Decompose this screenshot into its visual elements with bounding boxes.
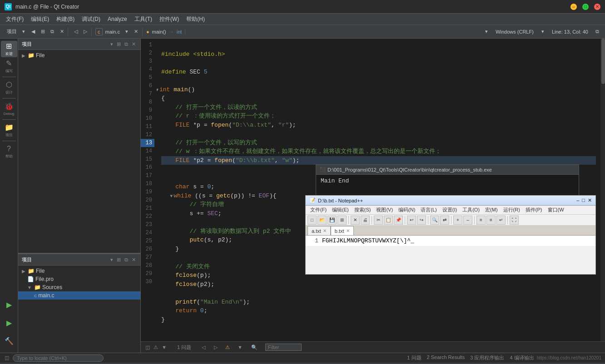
- minimize-button[interactable]: –: [570, 4, 577, 10]
- sb-tab-search[interactable]: 2 Search Results: [427, 354, 465, 361]
- close-button[interactable]: ✕: [594, 4, 600, 10]
- window-controls[interactable]: – □ ✕: [570, 4, 600, 10]
- sb-tab-issues[interactable]: 1 问题: [407, 354, 421, 361]
- editor-scrollbar[interactable]: [600, 39, 605, 341]
- menu-file[interactable]: 文件(F): [2, 15, 27, 24]
- np-menu-settings[interactable]: 设置(I): [440, 206, 459, 214]
- sb-sidebar-btn[interactable]: ◫: [4, 355, 10, 361]
- bp-nav-next[interactable]: ▷: [213, 344, 218, 350]
- np-menu-plugins[interactable]: 插件(P): [523, 206, 545, 214]
- np-menu-file[interactable]: 文件(F): [308, 206, 329, 214]
- sidebar-edit-btn[interactable]: ✎ 编写: [1, 58, 17, 74]
- toolbar-back-btn[interactable]: ◀: [29, 28, 37, 36]
- np-btn-unindent[interactable]: ≡: [486, 216, 496, 225]
- toolbar-prev-btn[interactable]: ◁: [72, 28, 80, 36]
- bottom-panel-split-btn[interactable]: ⧉: [124, 257, 129, 263]
- sb-search-input[interactable]: [13, 354, 104, 362]
- toolbar-link-btn[interactable]: ⊞: [39, 28, 47, 36]
- np-menu-run[interactable]: 运行(R): [501, 206, 522, 214]
- top-panel-split-btn[interactable]: ⧉: [124, 41, 129, 47]
- np-menu-edit[interactable]: 编辑(E): [330, 206, 351, 214]
- np-btn-fullscreen[interactable]: ⛶: [510, 216, 519, 225]
- np-btn-zoom-in[interactable]: +: [453, 216, 462, 225]
- top-tree-root[interactable]: ▶ 📁 File: [18, 51, 140, 59]
- sb-tab-output[interactable]: 3 应用程序输出: [470, 354, 504, 361]
- np-btn-find[interactable]: 🔍: [430, 216, 439, 225]
- sidebar-welcome-btn[interactable]: ⊞ 欢迎: [1, 41, 17, 57]
- toolbar-close-btn[interactable]: ✕: [58, 28, 66, 36]
- run-button[interactable]: ▶: [1, 296, 17, 313]
- toolbar-encoding-arrow[interactable]: ▾: [482, 28, 491, 36]
- np-menu-view[interactable]: 视图(V): [374, 206, 395, 214]
- menu-controls[interactable]: 控件(W): [156, 15, 183, 24]
- maximize-button[interactable]: □: [582, 4, 589, 10]
- notepad-maximize-btn[interactable]: □: [582, 197, 585, 203]
- np-menu-macro[interactable]: 宏(M): [483, 206, 500, 214]
- toolbar-split-btn[interactable]: ⧉: [48, 28, 56, 36]
- menu-build[interactable]: 构建(B): [53, 15, 78, 24]
- toolbar-encoding-arrow2[interactable]: ▾: [539, 28, 547, 36]
- np-btn-open[interactable]: 📂: [317, 216, 327, 225]
- np-btn-cut[interactable]: ✂: [374, 216, 383, 225]
- bp-nav-prev[interactable]: ◁: [201, 344, 206, 350]
- np-btn-redo[interactable]: ↪: [417, 216, 426, 225]
- bp-filter-input[interactable]: [265, 344, 302, 351]
- np-btn-zoom-out[interactable]: –: [463, 216, 472, 225]
- np-btn-print[interactable]: 🖨: [361, 216, 370, 225]
- sidebar-debug-btn[interactable]: 🐞 Debug: [1, 101, 17, 117]
- menu-analyze[interactable]: Analyze: [104, 15, 131, 23]
- debug-run-button[interactable]: ▶: [1, 315, 17, 331]
- bp-icon-2[interactable]: ⚠: [153, 344, 159, 350]
- build-button[interactable]: 🔨: [1, 333, 17, 349]
- menu-edit[interactable]: 编辑(E): [27, 15, 53, 24]
- np-btn-save-all[interactable]: ⊞: [337, 216, 347, 225]
- bp-tab-issues[interactable]: 1 问题: [174, 343, 194, 352]
- bp-icon-1[interactable]: ◫: [144, 344, 151, 350]
- np-btn-undo[interactable]: ↩: [407, 216, 416, 225]
- bottom-panel-link-btn[interactable]: ⊞: [116, 257, 122, 263]
- notepad-minimize-btn[interactable]: –: [576, 197, 579, 203]
- np-menu-tools[interactable]: 工具(O): [460, 206, 482, 214]
- menu-debug[interactable]: 调试(D): [78, 15, 104, 24]
- notepad-close-btn[interactable]: ✕: [588, 197, 592, 203]
- sb-tab-compile[interactable]: 4 编译输出: [510, 354, 534, 361]
- scrollbar-thumb[interactable]: [601, 39, 605, 84]
- np-btn-indent[interactable]: ≡: [476, 216, 486, 225]
- tab-arrow[interactable]: ▾: [123, 28, 131, 36]
- bottom-panel-filter-btn[interactable]: ▾: [109, 257, 114, 263]
- bottom-panel-close-btn[interactable]: ✕: [131, 257, 137, 263]
- np-btn-save[interactable]: 💾: [327, 216, 337, 225]
- sidebar-help-btn[interactable]: ? 帮助: [1, 143, 17, 160]
- np-menu-search[interactable]: 搜索(S): [352, 206, 373, 214]
- toolbar-expand-btn[interactable]: ⧉: [593, 28, 601, 36]
- menu-help[interactable]: 帮助(H): [183, 15, 208, 24]
- sidebar-design-btn[interactable]: ⬡ 设计: [1, 79, 17, 96]
- toolbar-next-btn[interactable]: ▷: [81, 28, 89, 36]
- np-btn-copy[interactable]: 📋: [384, 216, 393, 225]
- np-btn-new[interactable]: □: [307, 216, 317, 225]
- np-tab-b[interactable]: b.txt ✕: [331, 226, 354, 235]
- np-menu-window[interactable]: 窗口(W: [545, 206, 566, 214]
- top-panel-filter-btn[interactable]: ▾: [109, 41, 114, 47]
- np-btn-close[interactable]: ✕: [351, 216, 360, 225]
- notepad-window[interactable]: 📝 D:\b.txt - Notepad++ – □ ✕ 文件(F) 编辑(E)…: [305, 195, 596, 275]
- np-tab-a-close[interactable]: ✕: [323, 228, 327, 233]
- np-tab-a[interactable]: a.txt ✕: [307, 226, 331, 235]
- tree-item-file[interactable]: 📄 File.pro: [18, 275, 140, 283]
- tree-item-main-c[interactable]: c main.c: [18, 291, 140, 300]
- bp-filter-arrow[interactable]: ▼: [237, 344, 243, 350]
- np-btn-replace[interactable]: ⇄: [440, 216, 449, 225]
- np-menu-language[interactable]: 语言(L): [418, 206, 439, 214]
- np-tab-b-close[interactable]: ✕: [346, 228, 350, 233]
- sidebar-project-btn[interactable]: 📁 项目: [1, 122, 17, 138]
- menu-tools[interactable]: 工具(T): [131, 15, 156, 24]
- bp-icon-3[interactable]: ▼: [161, 344, 168, 350]
- toolbar-project-arrow[interactable]: ▾: [20, 28, 28, 36]
- np-btn-wrap[interactable]: ↵: [496, 216, 506, 225]
- bottom-tree-root[interactable]: ▶ 📁 File: [18, 267, 140, 275]
- np-btn-paste[interactable]: 📌: [394, 216, 403, 225]
- tree-item-sources-parent[interactable]: ▼ 📁 Sources: [18, 283, 140, 291]
- top-panel-close-btn[interactable]: ✕: [131, 41, 137, 47]
- tab-close[interactable]: ✕: [132, 28, 140, 36]
- np-menu-encoding[interactable]: 编码(N): [396, 206, 417, 214]
